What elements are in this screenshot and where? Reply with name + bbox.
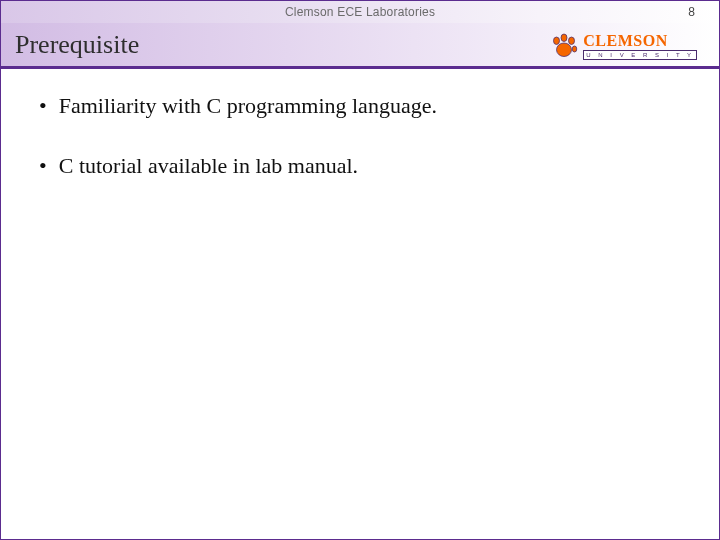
bullet-text: Familiarity with C programming language. [59, 93, 437, 119]
svg-point-2 [561, 34, 567, 42]
slide-body: • Familiarity with C programming languag… [1, 69, 719, 237]
bullet-text: C tutorial available in lab manual. [59, 153, 358, 179]
university-logo: CLEMSON U N I V E R S I T Y [549, 27, 697, 65]
header-band: Clemson ECE Laboratories 8 [1, 1, 719, 23]
list-item: • C tutorial available in lab manual. [37, 153, 683, 179]
svg-point-0 [557, 43, 572, 57]
svg-point-4 [573, 46, 578, 52]
title-band: Prerequisite CLEMSON U N I V E R S I T Y [1, 23, 719, 69]
bullet-dot-icon: • [39, 153, 47, 179]
page-number: 8 [688, 5, 695, 19]
brand-name: CLEMSON [583, 33, 697, 49]
slide-title: Prerequisite [1, 30, 139, 60]
tiger-paw-icon [549, 31, 579, 61]
brand-subtitle: U N I V E R S I T Y [583, 50, 697, 60]
header-label: Clemson ECE Laboratories [285, 5, 435, 19]
list-item: • Familiarity with C programming languag… [37, 93, 683, 119]
svg-point-3 [569, 37, 575, 45]
bullet-dot-icon: • [39, 93, 47, 119]
brand-text: CLEMSON U N I V E R S I T Y [583, 33, 697, 60]
svg-point-1 [554, 37, 560, 45]
